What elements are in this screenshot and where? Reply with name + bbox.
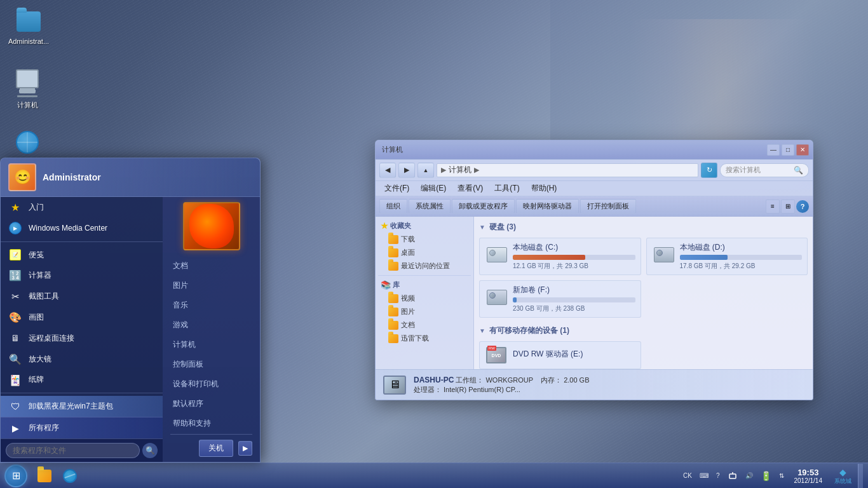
watermark-area: ◆ 系统城 (830, 464, 855, 488)
start-menu-header: 😊 Administrator (1, 158, 260, 197)
show-desktop-button[interactable] (858, 464, 863, 488)
nav-desktop[interactable]: 桌面 (378, 246, 471, 259)
menu-item-calc[interactable]: 🔢 计算器 (1, 265, 163, 286)
nav-downloads[interactable]: 下载 (378, 233, 471, 246)
computer-name: DASHU-PC (414, 376, 454, 384)
menu-view[interactable]: 查看(V) (452, 182, 488, 195)
folder-icon (16, 9, 41, 34)
nav-library-header[interactable]: 📚 库 (378, 278, 471, 292)
systray-help[interactable]: ? (714, 471, 722, 480)
clock-time: 19:53 (797, 468, 818, 477)
folder-icon (388, 248, 398, 257)
systray-volume[interactable]: 🔊 (743, 471, 756, 480)
right-item-help[interactable]: 帮助和支持 (170, 414, 252, 433)
drive-d-name: 本地磁盘 (D:) (680, 242, 803, 253)
systray-keyboard[interactable]: ⌨ (697, 471, 711, 480)
toolbar-sysinfo[interactable]: 系统属性 (409, 199, 451, 214)
menu-separator-1 (1, 241, 163, 242)
close-button[interactable]: ✕ (796, 144, 809, 156)
menu-help[interactable]: 帮助(H) (526, 182, 562, 195)
drive-d-icon (652, 247, 675, 266)
nav-recent[interactable]: 最近访问的位置 (378, 259, 471, 273)
right-item-computer[interactable]: 计算机 (170, 336, 252, 354)
right-item-music[interactable]: 音乐 (170, 296, 252, 315)
right-item-devices[interactable]: 设备和打印机 (170, 375, 252, 393)
nav-pictures[interactable]: 图片 (378, 305, 471, 318)
desktop-icon-network[interactable] (5, 127, 50, 160)
toolbar-controlpanel[interactable]: 打开控制面板 (580, 199, 636, 214)
nav-videos[interactable]: 视频 (378, 292, 471, 305)
right-item-control[interactable]: 控制面板 (170, 355, 252, 374)
menu-file[interactable]: 文件(F) (379, 182, 414, 195)
desktop-icon-folder[interactable]: Administrat... (6, 6, 51, 48)
menu-tools[interactable]: 工具(T) (489, 182, 524, 195)
shutdown-arrow-button[interactable]: ▶ (238, 441, 252, 456)
drive-d[interactable]: 本地磁盘 (D:) 17.8 GB 可用，共 29.2 GB (646, 238, 808, 275)
toolbar-mapnetdrive[interactable]: 映射网络驱动器 (516, 199, 579, 214)
nav-documents[interactable]: 文档 (378, 318, 471, 332)
systray-network[interactable] (725, 470, 740, 482)
nav-thunder[interactable]: 迅雷下载 (378, 332, 471, 345)
up-button[interactable]: ▲ (417, 163, 434, 178)
toolbar-view-btn1[interactable]: ≡ (766, 200, 780, 214)
toolbar-uninstall[interactable]: 卸载或更改程序 (452, 199, 515, 214)
right-item-default[interactable]: 默认程序 (170, 395, 252, 413)
explorer-addressbar: ◀ ▶ ▲ ▶ 计算机 ▶ ↻ 搜索计算机 🔍 (376, 159, 813, 181)
explorer-titlebar: 计算机 — □ ✕ (376, 140, 813, 159)
menu-item-uninstall[interactable]: 🛡 卸载黑夜星光win7主题包 (1, 396, 163, 417)
menu-edit[interactable]: 编辑(E) (416, 182, 451, 195)
start-button[interactable] (0, 463, 32, 489)
clock-area[interactable]: 19:53 2012/1/14 (789, 466, 828, 485)
desktop-icon-computer[interactable]: 计算机 (5, 64, 50, 112)
menu-item-paint[interactable]: 🎨 画图 (1, 307, 163, 328)
svg-rect-0 (729, 474, 736, 478)
menu-item-all-programs-label: 所有程序 (29, 423, 59, 433)
forward-button[interactable]: ▶ (398, 163, 415, 178)
drive-d-size: 17.8 GB 可用，共 29.2 GB (680, 262, 803, 271)
right-item-games[interactable]: 游戏 (170, 316, 252, 334)
desktop: Administrat... 计算机 😊 Administrator (0, 0, 868, 488)
menu-item-intro[interactable]: ★ 入门 (1, 197, 163, 218)
menu-item-magnifier[interactable]: 🔍 放大镜 (1, 349, 163, 370)
menu-item-snip[interactable]: ✂ 截图工具 (1, 286, 163, 307)
explorer-body: ★ 收藏夹 下载 桌面 最近访问的位置 (376, 217, 813, 369)
systray-lang[interactable]: CK (681, 471, 695, 480)
drive-e-info: DVD RW 驱动器 (E:) (513, 349, 635, 362)
toolbar-organize[interactable]: 组织 (379, 199, 407, 214)
minimize-button[interactable]: — (767, 144, 780, 156)
menu-item-notepad-label: 便笺 (29, 250, 44, 261)
menu-item-solitaire[interactable]: 🃏 纸牌 (1, 370, 163, 391)
refresh-button[interactable]: ↻ (701, 163, 717, 178)
start-menu-bottom: 关机 ▶ (170, 434, 252, 457)
back-button[interactable]: ◀ (379, 163, 396, 178)
drive-f-icon (485, 290, 508, 309)
toolbar-help-button[interactable]: ? (796, 200, 809, 213)
search-input[interactable] (6, 443, 140, 458)
computer-icon-label: 计算机 (17, 100, 38, 109)
toolbar-view-btn2[interactable]: ⊞ (781, 200, 795, 214)
address-bar[interactable]: ▶ 计算机 ▶ (437, 163, 698, 177)
taskbar-ie[interactable] (57, 463, 83, 489)
drive-c[interactable]: 本地磁盘 (C:) 12.1 GB 可用，共 29.3 GB (479, 238, 641, 275)
menu-item-wmc[interactable]: ▶ Windows Media Center (1, 218, 163, 239)
menu-item-all-programs[interactable]: ▶ 所有程序 (1, 417, 163, 438)
search-button[interactable]: 🔍 (142, 443, 158, 458)
right-item-docs[interactable]: 文档 (170, 257, 252, 275)
systray-battery[interactable]: 🔋 (758, 470, 774, 482)
menu-item-rdp[interactable]: 🖥 远程桌面连接 (1, 328, 163, 349)
taskbar-explorer[interactable] (32, 463, 57, 489)
systray-arrows[interactable]: ⇅ (776, 471, 787, 480)
shutdown-button[interactable]: 关机 (199, 440, 233, 457)
nav-favorites-header[interactable]: ★ 收藏夹 (378, 219, 471, 233)
nav-library-section: 📚 库 视频 图片 文档 (378, 278, 471, 345)
drive-f[interactable]: 新加卷 (F:) 230 GB 可用，共 238 GB (479, 280, 641, 318)
search-bar[interactable]: 搜索计算机 🔍 (720, 163, 809, 177)
right-item-pics[interactable]: 图片 (170, 276, 252, 295)
drive-e[interactable]: DVD RW DVD RW 驱动器 (E:) (479, 341, 641, 369)
window-controls: — □ ✕ (767, 144, 809, 156)
dvd-rw-badge: RW (487, 346, 496, 351)
maximize-button[interactable]: □ (782, 144, 794, 156)
start-orb (4, 464, 27, 487)
menu-item-notepad[interactable]: 📝 便笺 (1, 245, 163, 266)
arrow-icon: ▶ (8, 421, 22, 435)
